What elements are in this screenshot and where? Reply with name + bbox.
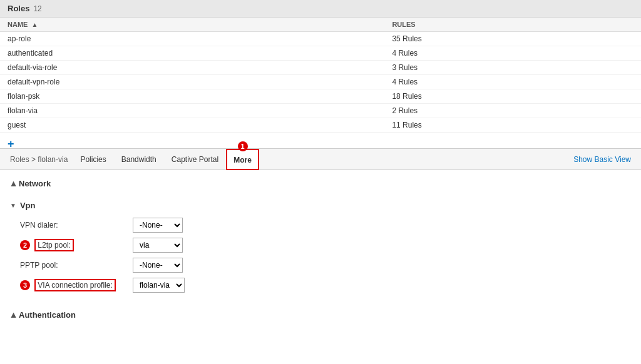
pptp-pool-label: PPTP pool: xyxy=(20,261,133,270)
rules-column-header: RULES xyxy=(384,18,641,32)
table-row[interactable]: ap-role 35 Rules xyxy=(0,32,641,46)
add-role-button[interactable]: + xyxy=(0,133,22,149)
l2tp-pool-field: 2 L2tp pool: via xyxy=(20,238,621,253)
role-rules-cell: 2 Rules xyxy=(384,104,641,118)
role-rules-cell: 3 Rules xyxy=(384,61,641,75)
pptp-pool-select-wrapper: -None- xyxy=(133,258,183,273)
via-connection-select-wrapper: flolan-via xyxy=(133,278,185,293)
role-name-cell: flolan-via xyxy=(0,104,384,118)
vpn-dialer-select-wrapper: -None- xyxy=(133,218,183,233)
vpn-section-header[interactable]: ▼ Vpn xyxy=(8,197,633,214)
via-connection-select[interactable]: flolan-via xyxy=(133,278,185,293)
annotation-1-badge: 1 xyxy=(238,141,248,151)
vpn-section-label: Vpn xyxy=(20,201,36,210)
network-chevron-icon: ▶ xyxy=(9,181,16,186)
l2tp-pool-label: 2 L2tp pool: xyxy=(20,239,133,251)
role-name-cell: ap-role xyxy=(0,32,384,46)
annotation-2-badge: 2 xyxy=(20,240,30,250)
role-name-cell: guest xyxy=(0,118,384,133)
table-row[interactable]: flolan-psk 18 Rules xyxy=(0,89,641,104)
role-rules-cell: 11 Rules xyxy=(384,118,641,133)
role-name-cell: authenticated xyxy=(0,46,384,61)
role-rules-cell: 4 Rules xyxy=(384,46,641,61)
tab-bandwidth[interactable]: Bandwidth xyxy=(114,149,164,170)
authentication-section-header[interactable]: ▶ Authentication xyxy=(8,306,633,323)
vpn-dialer-select[interactable]: -None- xyxy=(133,218,183,233)
table-row[interactable]: guest 11 Rules xyxy=(0,118,641,133)
role-name-cell: default-via-role xyxy=(0,61,384,75)
role-rules-cell: 35 Rules xyxy=(384,32,641,46)
roles-count: 12 xyxy=(33,4,41,13)
tab-more-wrapper: 1 More xyxy=(226,149,259,170)
pptp-pool-select[interactable]: -None- xyxy=(133,258,183,273)
role-rules-cell: 4 Rules xyxy=(384,75,641,89)
name-column-header[interactable]: NAME ▲ xyxy=(0,18,384,32)
tab-policies[interactable]: Policies xyxy=(73,149,113,170)
roles-table: NAME ▲ RULES ap-role 35 Rules authentica… xyxy=(0,18,641,133)
l2tp-pool-select[interactable]: via xyxy=(133,238,183,253)
role-rules-cell: 18 Rules xyxy=(384,89,641,104)
table-row[interactable]: flolan-via 2 Rules xyxy=(0,104,641,118)
authentication-section-label: Authentication xyxy=(19,310,76,320)
network-section-label: Network xyxy=(19,179,51,188)
vpn-dialer-label: VPN dialer: xyxy=(20,221,133,230)
vpn-section: ▼ Vpn VPN dialer: -None- 2 xyxy=(8,197,633,301)
breadcrumb: Roles > flolan-via xyxy=(5,149,73,170)
show-basic-view-link[interactable]: Show Basic View xyxy=(568,155,636,164)
table-row[interactable]: authenticated 4 Rules xyxy=(0,46,641,61)
vpn-chevron-icon: ▼ xyxy=(10,202,16,209)
tab-bar: Roles > flolan-via Policies Bandwidth Ca… xyxy=(0,149,641,170)
roles-table-wrapper: NAME ▲ RULES ap-role 35 Rules authentica… xyxy=(0,18,641,149)
via-connection-label-text: VIA connection profile: xyxy=(34,279,115,291)
role-name-cell: default-vpn-role xyxy=(0,75,384,89)
pptp-pool-field: PPTP pool: -None- xyxy=(20,258,621,273)
sort-arrow-icon: ▲ xyxy=(31,21,38,28)
content-area: ▶ Network ▼ Vpn VPN dialer: -None- xyxy=(0,170,641,364)
l2tp-pool-select-wrapper: via xyxy=(133,238,183,253)
network-section: ▶ Network xyxy=(8,175,633,192)
via-connection-label: 3 VIA connection profile: xyxy=(20,279,133,291)
l2tp-pool-label-text: L2tp pool: xyxy=(34,239,74,251)
via-connection-field: 3 VIA connection profile: flolan-via xyxy=(20,278,621,293)
table-row[interactable]: default-vpn-role 4 Rules xyxy=(0,75,641,89)
tab-more[interactable]: More xyxy=(226,149,259,170)
annotation-3-badge: 3 xyxy=(20,280,30,290)
authentication-chevron-icon: ▶ xyxy=(9,313,16,318)
roles-title: Roles xyxy=(8,4,29,13)
role-name-cell: flolan-psk xyxy=(0,89,384,104)
vpn-section-content: VPN dialer: -None- 2 L2tp pool: xyxy=(8,214,633,301)
network-section-header[interactable]: ▶ Network xyxy=(8,175,633,192)
table-row[interactable]: default-via-role 3 Rules xyxy=(0,61,641,75)
tab-captive-portal[interactable]: Captive Portal xyxy=(164,149,226,170)
vpn-dialer-field: VPN dialer: -None- xyxy=(20,218,621,233)
authentication-section: ▶ Authentication xyxy=(8,306,633,323)
